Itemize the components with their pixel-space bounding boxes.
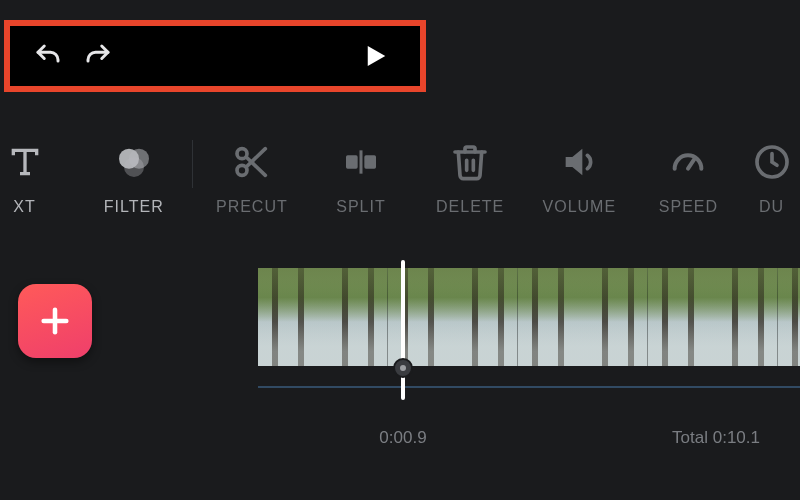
playback-bar-highlight — [4, 20, 426, 92]
tool-delete[interactable]: DELETE — [416, 140, 525, 216]
clip-thumbnail[interactable] — [388, 268, 518, 366]
svg-rect-7 — [346, 155, 358, 168]
total-time: Total 0:10.1 — [672, 428, 760, 448]
redo-icon — [83, 41, 113, 71]
tool-volume[interactable]: VOLUME — [525, 140, 634, 216]
svg-point-2 — [124, 157, 144, 177]
volume-icon — [557, 140, 601, 184]
toolbar-separator — [192, 140, 193, 188]
tool-volume-label: VOLUME — [543, 198, 617, 216]
editor-toolbar: XT FILTER PRECUT SPLIT DELETE VOLUME — [0, 140, 800, 250]
playhead-handle[interactable] — [393, 358, 413, 378]
tool-filter-label: FILTER — [104, 198, 164, 216]
svg-rect-9 — [360, 150, 363, 173]
tool-speed[interactable]: SPEED — [634, 140, 743, 216]
plus-icon — [38, 304, 72, 338]
add-clip-button[interactable] — [18, 284, 92, 358]
clock-icon — [750, 140, 794, 184]
clip-thumbnail[interactable] — [778, 268, 800, 366]
scissors-icon — [230, 140, 274, 184]
tool-precut[interactable]: PRECUT — [197, 140, 306, 216]
filter-icon — [112, 140, 156, 184]
tool-text[interactable]: XT — [0, 140, 79, 216]
play-icon — [359, 41, 389, 71]
undo-icon — [33, 41, 63, 71]
trash-icon — [448, 140, 492, 184]
tool-duration[interactable]: DU — [743, 140, 800, 216]
tool-delete-label: DELETE — [436, 198, 504, 216]
split-icon — [339, 140, 383, 184]
svg-line-10 — [688, 159, 695, 169]
playhead[interactable] — [401, 260, 405, 400]
time-labels: 0:00.9 Total 0:10.1 — [0, 428, 800, 452]
tool-split[interactable]: SPLIT — [306, 140, 415, 216]
clip-track[interactable] — [258, 268, 800, 366]
tool-split-label: SPLIT — [336, 198, 385, 216]
undo-button[interactable] — [28, 36, 68, 76]
redo-button[interactable] — [78, 36, 118, 76]
play-button[interactable] — [354, 36, 394, 76]
text-icon — [3, 140, 47, 184]
tool-duration-label: DU — [759, 198, 784, 216]
clip-thumbnail[interactable] — [518, 268, 648, 366]
gauge-icon — [666, 140, 710, 184]
tool-speed-label: SPEED — [659, 198, 718, 216]
tool-filter[interactable]: FILTER — [79, 140, 188, 216]
clip-thumbnail[interactable] — [648, 268, 778, 366]
svg-rect-8 — [364, 155, 376, 168]
timeline: 0:00.9 Total 0:10.1 — [0, 260, 800, 470]
clip-thumbnail[interactable] — [258, 268, 388, 366]
track-rule — [258, 386, 800, 388]
tool-text-label: XT — [13, 198, 35, 216]
tool-precut-label: PRECUT — [216, 198, 288, 216]
current-time: 0:00.9 — [379, 428, 426, 448]
